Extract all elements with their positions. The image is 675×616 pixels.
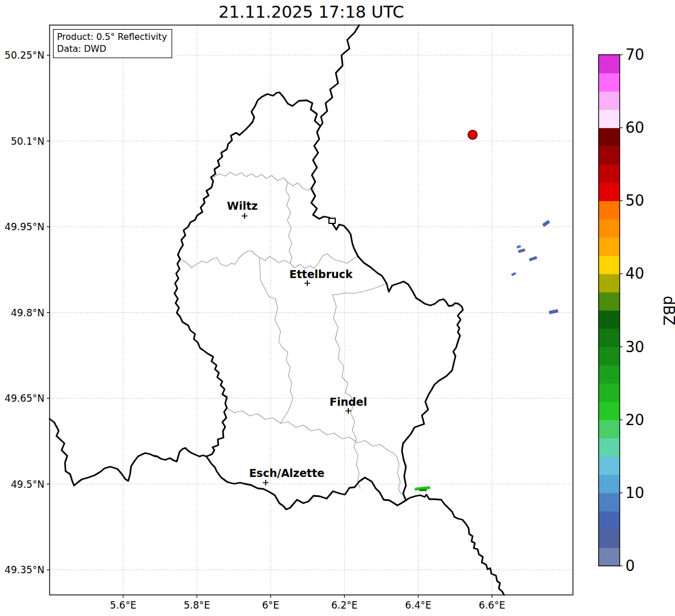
france-germany-border [406,495,504,595]
radar-figure: 21.11.2025 17:18 UTC WiltzEttelbruckFi [0,0,675,616]
colorbar-band [599,456,620,475]
map-plot: WiltzEttelbruckFindelEsch/Alzette 5.6°E5… [0,0,675,616]
x-tick-label: 6.2°E [331,599,357,611]
echo-pixel [420,489,427,491]
colorbar-band [599,365,620,384]
colorbar-axis-label: dBZ [643,293,675,328]
x-tick-label: 6.4°E [405,599,431,611]
city-markers: WiltzEttelbruckFindelEsch/Alzette [227,199,367,486]
y-tick-label: 49.95°N [5,221,44,232]
colorbar-tick-label: 30 [625,338,644,356]
country-borders [50,25,504,595]
radar-echoes [414,220,558,491]
colorbar-tick-label: 60 [625,119,644,136]
colorbar-band [599,73,620,92]
city-label: Esch/Alzette [249,467,324,479]
echo-pixel [517,245,521,248]
x-tick-label: 5.6°E [110,599,136,611]
colorbar-band [599,420,620,439]
product-line: Product: 0.5° Reflectivity [57,31,167,43]
colorbar-tick-labels: 010203040506070 [625,46,644,574]
colorbar-band [599,311,620,329]
colorbar-tick-label: 20 [625,411,644,429]
canton-line [286,182,292,263]
x-tick-label: 6.6°E [479,599,505,611]
city-label: Wiltz [227,199,258,212]
colorbar-band [599,493,620,512]
echo-pixel [549,309,559,314]
canton-line [227,408,401,495]
colorbar-band [599,402,620,421]
city-label: Ettelbruck [290,268,353,280]
colorbar-ticks [620,55,623,566]
canton-line [213,172,315,190]
colorbar-band [599,548,620,566]
colorbar-tick-label: 40 [625,265,644,282]
colorbar-band [599,91,620,110]
data-source-line: Data: DWD [57,43,167,55]
axis-ticks [47,55,492,598]
colorbar-band [599,329,620,348]
y-tick-label: 50.25°N [5,50,44,61]
city-plus-marker [263,480,269,486]
colorbar-band [599,55,620,74]
radar-site-marker [468,130,477,140]
echo-pixel [518,248,526,253]
colorbar-tick-label: 10 [625,484,644,501]
city-plus-marker [304,280,310,286]
france-belgium-border [50,419,206,486]
colorbar-band [599,182,620,201]
canton-line [290,254,358,268]
y-tick-label: 49.8°N [11,307,44,319]
colorbar-band [599,274,620,292]
colorbar-tick-label: 0 [625,557,635,574]
colorbar-band [599,255,620,274]
x-tick-label: 5.8°E [184,599,210,611]
colorbar-band [599,219,620,238]
y-tick-label: 49.35°N [5,564,44,576]
colorbar-bands [599,55,620,566]
colorbar-band [599,201,620,219]
colorbar-band [599,109,620,128]
belgium-germany-border [320,25,359,126]
colorbar-tick-label: 70 [625,46,644,63]
city-label: Findel [330,395,367,408]
vianden-enclave-box [329,218,335,223]
colorbar-band [599,164,620,183]
y-tick-label: 49.5°N [11,479,44,490]
colorbar-band [599,511,620,530]
colorbar-band [599,438,620,457]
luxembourg-border [174,92,463,509]
product-info-box: Product: 0.5° Reflectivity Data: DWD [53,29,172,58]
colorbar-band [599,128,620,146]
echo-pixel [529,256,538,261]
colorbar-band [599,384,620,402]
colorbar-band [599,529,620,548]
city-plus-marker [242,213,247,219]
echo-pixel [511,272,517,276]
y-tick-label: 50.1°N [11,136,44,147]
axis-tick-labels: 5.6°E5.8°E6°E6.2°E6.4°E6.6°E50.25°N50.1°… [5,50,505,611]
echo-pixel [542,220,550,227]
city-plus-marker [345,408,351,414]
colorbar-band [599,475,620,493]
x-tick-label: 6°E [262,599,279,611]
colorbar-band [599,292,620,311]
canton-line [259,258,293,423]
colorbar-band [599,146,620,165]
colorbar-band [599,237,620,256]
radar-site-dot [468,130,477,140]
y-tick-label: 49.65°N [5,393,44,404]
colorbar-tick-label: 50 [625,192,644,209]
canton-line [332,283,387,488]
colorbar-band [599,347,620,366]
